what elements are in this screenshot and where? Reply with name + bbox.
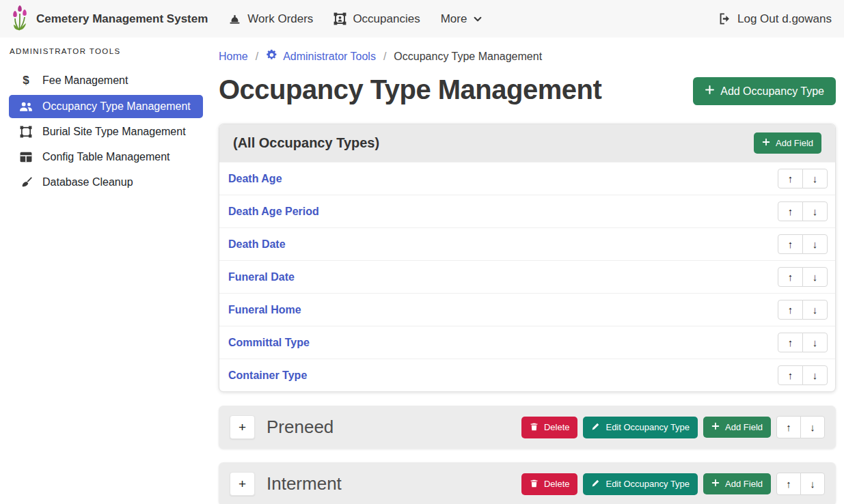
arrow-up-icon: ↑ [788,272,793,282]
sidebar-item-label: Burial Site Type Management [42,126,186,138]
add-occupancy-type-button[interactable]: Add Occupancy Type [693,77,836,105]
reorder-buttons: ↑ ↓ [778,333,828,352]
expand-button[interactable]: + [230,415,255,439]
field-row: Death Age ↑ ↓ [219,162,835,195]
sidebar-item-burial-site-type-management[interactable]: Burial Site Type Management [9,120,203,143]
section-actions: Delete Edit Occupancy Type Add Field [521,416,825,438]
app-window: Cemetery Management System Work Orders [0,0,844,504]
trash-icon [530,479,539,490]
sidebar-item-label: Database Cleanup [42,176,133,188]
arrow-up-icon: ↑ [788,370,793,380]
sign-out-icon [718,12,731,25]
arrow-up-icon: ↑ [788,305,793,315]
chevron-down-icon [473,14,482,24]
delete-button[interactable]: Delete [521,473,578,495]
field-row: Committal Type ↑ ↓ [219,326,835,359]
add-occupancy-type-label: Add Occupancy Type [720,85,824,98]
arrow-up-icon: ↑ [786,479,791,489]
add-field-label: Add Field [776,138,813,148]
move-up-button[interactable]: ↑ [778,365,803,385]
sidebar-item-label: Config Table Management [42,151,170,163]
nav-work-orders[interactable]: Work Orders [228,12,313,26]
section-title: Preneed [267,417,333,438]
top-navbar: Cemetery Management System Work Orders [0,0,844,38]
move-up-button[interactable]: ↑ [778,169,803,188]
move-down-button[interactable]: ↓ [802,234,828,254]
card-title: (All Occupancy Types) [233,135,379,151]
app-brand[interactable]: Cemetery Management System [11,4,208,34]
field-link-funeral-date[interactable]: Funeral Date [228,271,295,283]
arrow-down-icon: ↓ [813,305,818,315]
logout-button[interactable]: Log Out d.gowans [718,12,832,26]
add-field-label: Add Field [725,422,763,432]
move-up-button[interactable]: ↑ [778,300,803,320]
all-occupancy-types-card: (All Occupancy Types) Add Field Death Ag… [219,124,836,392]
trash-icon [530,422,539,433]
reorder-buttons: ↑ ↓ [778,267,828,287]
field-link-death-age[interactable]: Death Age [228,173,282,185]
edit-occupancy-type-button[interactable]: Edit Occupancy Type [583,473,698,495]
arrow-down-icon: ↓ [813,173,818,184]
move-down-button[interactable]: ↓ [802,365,828,385]
move-up-button[interactable]: ↑ [778,201,803,221]
section-preneed: + Preneed Delete Edit Occupancy Type [219,406,836,449]
reorder-buttons: ↑ ↓ [776,473,825,495]
tulip-logo-icon [11,4,29,34]
field-row: Funeral Home ↑ ↓ [219,293,835,326]
move-up-button[interactable]: ↑ [776,416,801,438]
arrow-up-icon: ↑ [788,206,793,216]
dollar-icon: $ [18,74,33,87]
move-down-button[interactable]: ↓ [802,169,828,188]
plus-icon [705,85,715,98]
broom-icon [18,176,33,188]
reorder-buttons: ↑ ↓ [778,169,828,188]
move-down-button[interactable]: ↓ [802,201,828,221]
add-field-label: Add Field [725,479,763,489]
main-content: Home / Administrator Tools / Occupancy T… [212,38,844,504]
field-link-committal-type[interactable]: Committal Type [228,337,310,349]
move-up-button[interactable]: ↑ [778,234,803,254]
section-actions: Delete Edit Occupancy Type Add Field [521,473,825,495]
expand-button[interactable]: + [230,472,255,496]
delete-button[interactable]: Delete [521,417,578,438]
add-field-button[interactable]: Add Field [703,473,771,494]
field-link-death-date[interactable]: Death Date [228,238,286,251]
move-down-button[interactable]: ↓ [802,300,828,320]
move-down-button[interactable]: ↓ [800,416,825,438]
breadcrumb-admin-tools-link[interactable]: Administrator Tools [266,49,376,64]
arrow-down-icon: ↓ [813,206,818,216]
move-up-button[interactable]: ↑ [776,473,801,495]
plus-icon: + [239,420,246,435]
add-field-button[interactable]: Add Field [754,132,821,154]
arrow-up-icon: ↑ [786,422,791,432]
breadcrumb-home-link[interactable]: Home [219,51,248,63]
add-field-button[interactable]: Add Field [703,417,771,438]
move-down-button[interactable]: ↓ [800,473,825,495]
edit-occupancy-type-button[interactable]: Edit Occupancy Type [583,417,698,438]
all-occupancy-types-header: (All Occupancy Types) Add Field [219,124,835,162]
app-title: Cemetery Management System [36,12,208,26]
reorder-buttons: ↑ ↓ [778,300,828,320]
nav-more[interactable]: More [441,12,483,26]
move-up-button[interactable]: ↑ [778,267,803,287]
plus-icon [762,138,770,148]
sidebar-item-database-cleanup[interactable]: Database Cleanup [9,171,203,194]
move-down-button[interactable]: ↓ [802,267,828,287]
field-link-funeral-home[interactable]: Funeral Home [228,304,301,316]
delete-label: Delete [544,422,570,432]
sidebar-item-label: Occupancy Type Management [42,100,191,113]
vector-square-icon [18,126,33,138]
delete-label: Delete [544,479,570,489]
move-down-button[interactable]: ↓ [802,333,828,352]
breadcrumb-separator: / [383,51,386,63]
field-row: Funeral Date ↑ ↓ [219,260,835,293]
breadcrumb-separator: / [256,51,258,63]
nav-occupancies[interactable]: Occupancies [333,12,420,26]
sidebar-item-occupancy-type-management[interactable]: Occupancy Type Management [9,95,203,118]
field-link-container-type[interactable]: Container Type [228,369,307,382]
field-link-death-age-period[interactable]: Death Age Period [228,206,319,218]
move-up-button[interactable]: ↑ [778,333,803,352]
nav-more-label: More [441,12,467,26]
sidebar-item-config-table-management[interactable]: Config Table Management [9,145,203,169]
sidebar-item-fee-management[interactable]: $ Fee Management [9,68,203,93]
